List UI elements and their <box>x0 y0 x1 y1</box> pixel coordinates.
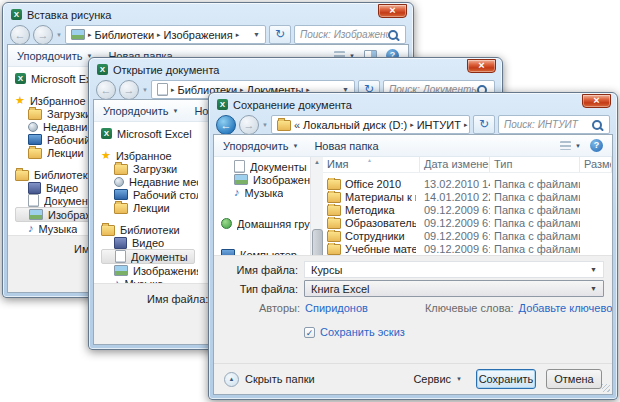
titlebar[interactable]: Сохранение документа <box>209 93 617 113</box>
sidebar-item-recent[interactable]: Недавние места <box>101 175 198 188</box>
music-icon: ♪ <box>28 223 34 234</box>
chevron-down-icon[interactable]: ▼ <box>590 266 597 273</box>
sidebar-item-downloads[interactable]: Загрузки <box>101 162 198 175</box>
authors-value[interactable]: Спиридонов <box>305 302 368 314</box>
folder-icon <box>327 179 341 190</box>
breadcrumb-dropdown-icon[interactable]: ▼ <box>253 31 260 38</box>
filetype-combo[interactable]: Книга Excel ▼ <box>304 280 604 297</box>
folder-icon <box>28 109 42 120</box>
filetype-label: Тип файла: <box>218 283 304 295</box>
organize-menu[interactable]: Упорядочить ▼ <box>17 50 92 62</box>
breadcrumb-segment[interactable]: Локальный диск (D:) <box>303 119 407 131</box>
file-row[interactable]: Материалы к выс... 14.01.2010 22:13 Папк… <box>323 190 612 203</box>
nav-history-dropdown-icon[interactable]: ▼ <box>56 32 62 38</box>
authors-label: Авторы: <box>214 302 300 314</box>
help-icon[interactable]: ? <box>590 139 603 152</box>
documents-icon <box>157 83 168 96</box>
column-header-name[interactable]: Имя <box>323 157 420 172</box>
titlebar[interactable]: Вставка рисунка <box>3 3 413 23</box>
breadcrumb-overflow-icon[interactable]: « <box>294 119 300 131</box>
dialog-body: Упорядочить ▼ Новая папка ▼ ? Документы … <box>213 134 613 395</box>
breadcrumb-segment[interactable]: ИНТУИТ <box>417 119 461 131</box>
close-button[interactable]: × <box>582 94 611 108</box>
crumb-separator-icon: ▸ <box>236 31 240 39</box>
save-options-panel: Имя файла: Курсы ▼ Тип файла: Книга Exce… <box>214 255 612 394</box>
hide-folders-icon[interactable]: ▲ <box>224 372 239 387</box>
file-row[interactable]: Методика 09.12.2009 6:56 Папка с файлами <box>323 203 612 216</box>
back-button[interactable]: ← <box>96 80 116 100</box>
search-input[interactable]: Поиск: Изображения <box>294 25 406 44</box>
file-row[interactable]: Office 2010 13.02.2010 14:50 Папка с фай… <box>323 177 612 190</box>
nav-history-dropdown-icon[interactable]: ▼ <box>262 122 268 128</box>
file-row[interactable]: Сотрудники 09.12.2009 6:55 Папка с файла… <box>323 229 612 242</box>
column-header-date[interactable]: Дата изменения <box>420 157 490 172</box>
pictures-icon <box>71 29 85 40</box>
video-icon <box>28 182 41 194</box>
search-input[interactable]: Поиск: ИНТУИТ <box>498 115 610 134</box>
organize-menu[interactable]: Упорядочить ▼ <box>103 105 178 117</box>
refresh-button[interactable]: ↻ <box>269 25 291 44</box>
forward-button[interactable]: → <box>119 80 139 100</box>
forward-button[interactable]: → <box>33 25 53 45</box>
refresh-button[interactable]: ↻ <box>473 115 495 134</box>
sidebar-item-pictures[interactable]: Изображения <box>221 173 310 186</box>
cancel-button[interactable]: Отмена <box>546 369 602 389</box>
pictures-icon <box>234 174 248 185</box>
titlebar[interactable]: Открытие документа <box>89 58 502 78</box>
folder-icon <box>327 218 341 229</box>
resize-grip[interactable] <box>602 384 610 392</box>
sidebar-item-music[interactable]: ♪Музыка <box>221 186 310 199</box>
breadcrumb[interactable]: ▸ Библиотеки ▸ Изображения ▸ ▼ <box>65 25 266 44</box>
sidebar-item-microsoft-excel[interactable]: Microsoft Excel <box>101 127 198 140</box>
file-list: ▲ Имя Дата изменения Тип Размер Office 2… <box>323 157 612 256</box>
sidebar-item-homegroup[interactable]: Домашняя группа <box>221 217 310 230</box>
sidebar-item-lectures[interactable]: Лекции <box>101 201 198 214</box>
hide-folders-label[interactable]: Скрыть папки <box>245 373 315 385</box>
filename-label: Имя файла: <box>218 264 304 276</box>
sidebar-item-desktop[interactable]: Рабочий стол <box>101 188 198 201</box>
chevron-down-icon: ▼ <box>456 376 462 382</box>
filename-combo[interactable]: Курсы ▼ <box>304 261 604 278</box>
folder-icon <box>327 244 341 255</box>
breadcrumb-segment[interactable]: Библиотеки <box>94 29 154 41</box>
tools-menu[interactable]: Сервис ▼ <box>413 373 462 385</box>
save-thumbnail-label: Сохранить эскиз <box>320 326 405 338</box>
views-button[interactable]: ▼ <box>560 141 581 150</box>
forward-button[interactable]: → <box>239 115 259 135</box>
save-button[interactable]: Сохранить <box>476 369 536 389</box>
sidebar-item-libraries[interactable]: Библиотеки <box>101 223 198 236</box>
sidebar-item-documents[interactable]: Документы <box>101 249 195 264</box>
homegroup-icon <box>221 218 232 229</box>
file-row[interactable]: Учебные материа... 09.12.2009 6:54 Папка… <box>323 242 612 255</box>
sidebar-scrollbar[interactable]: ▲ ▼ <box>310 157 323 256</box>
keywords-add-link[interactable]: Добавьте ключевое слово <box>519 302 613 314</box>
back-button[interactable]: ← <box>10 25 30 45</box>
new-folder-button[interactable]: Новая папка <box>314 140 378 152</box>
breadcrumb-segment[interactable]: Изображения <box>164 29 233 41</box>
organize-menu[interactable]: Упорядочить ▼ <box>223 140 298 152</box>
crumb-separator-icon: ▸ <box>88 31 92 39</box>
sidebar-item-video[interactable]: Видео <box>101 236 198 249</box>
folder-icon <box>277 120 291 131</box>
column-header-size[interactable]: Размер <box>580 157 612 172</box>
sidebar-item-pictures[interactable]: Изображения <box>101 264 198 277</box>
filename-label: Имя файла: <box>147 293 208 305</box>
video-icon <box>114 237 127 249</box>
excel-icon <box>11 9 22 20</box>
close-button[interactable]: × <box>378 4 407 18</box>
back-button[interactable]: ← <box>216 115 236 135</box>
file-row[interactable]: Образовательны... 09.12.2009 6:55 Папка … <box>323 216 612 229</box>
chevron-down-icon[interactable]: ▼ <box>590 285 597 292</box>
sidebar-item-favorites[interactable]: ★Избранное <box>101 149 198 162</box>
crumb-separator-icon: ▸ <box>464 121 468 129</box>
column-header-type[interactable]: Тип <box>490 157 580 172</box>
nav-history-dropdown-icon[interactable]: ▼ <box>142 87 148 93</box>
star-icon: ★ <box>101 150 111 161</box>
scroll-up-icon[interactable]: ▲ <box>311 157 323 168</box>
close-button[interactable]: × <box>467 59 496 73</box>
sidebar-item-documents[interactable]: Документы <box>221 160 310 173</box>
breadcrumb[interactable]: « Локальный диск (D:) ▸ ИНТУИТ ▸ ▼ <box>271 115 470 134</box>
save-thumbnail-checkbox[interactable]: ✓ <box>304 327 315 338</box>
search-icon <box>592 120 602 130</box>
window-title: Открытие документа <box>113 64 219 76</box>
